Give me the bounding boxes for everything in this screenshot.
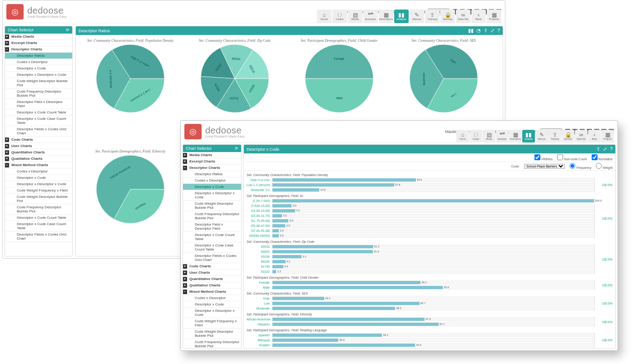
frequency-radio[interactable]: Frequency <box>569 163 591 169</box>
bar-row[interactable]: [23.06-31.75]3.0 <box>247 213 594 218</box>
sidebar-item[interactable]: Descriptor Ratios <box>183 171 241 177</box>
nav-tab-descriptors[interactable]: ▦Descriptors <box>379 10 393 23</box>
bar-row[interactable]: Female46.1 <box>247 280 594 285</box>
bar-row[interactable]: High 5 or mor44.6 <box>247 177 594 182</box>
sidebar-item[interactable]: Code Weight Descriptor Bubble Plot <box>5 78 72 89</box>
bar-row[interactable]: [15.05-23.05]7.0 <box>247 208 594 213</box>
sidebar-group[interactable]: Mixed Method Charts <box>5 162 72 168</box>
sidebar-group[interactable]: Qualitative Charts <box>5 156 72 162</box>
pie-chart[interactable]: Set: Community Characteristics, Field: P… <box>80 37 180 143</box>
bar-row[interactable]: African American47.3 <box>247 317 594 322</box>
bar-row[interactable]: [31.75-55.68]5.0 <box>247 218 594 223</box>
sidebar-item[interactable]: Codes x Descriptor <box>183 177 241 184</box>
code-select[interactable]: School Place Barriers <box>524 164 565 169</box>
nav-tab-back[interactable]: ‹Back <box>588 130 601 143</box>
sidebar-item[interactable]: Descriptor Ratios <box>5 53 72 59</box>
weight-radio[interactable]: Weight <box>596 163 613 169</box>
nav-tab-excerpts[interactable]: ❝❞Excerpts <box>496 130 509 143</box>
help-icon[interactable]: ? <box>497 28 500 34</box>
nav-tab-analyze[interactable]: ▮▮Analyze <box>522 130 535 143</box>
normalize-toggle[interactable]: Normalize <box>592 154 613 161</box>
sidebar-item[interactable]: Descriptor Fields x Codes Grid Chart <box>183 253 241 263</box>
sidebar-item[interactable]: Code Weight Descriptor Bubble Plot <box>183 329 241 339</box>
hitmiss-toggle[interactable]: Hit/Miss <box>534 154 553 161</box>
nav-tab-training[interactable]: ⇪Training <box>425 10 440 23</box>
sidebar-item[interactable]: Descriptor x Code Case Count Table <box>5 116 72 126</box>
sidebar-item[interactable]: Descriptor Fields x Codes Grid Chart <box>5 231 72 242</box>
bar-row[interactable]: 902554.1 <box>247 259 594 264</box>
nav-tab-media[interactable]: ▤Media <box>348 10 362 23</box>
sidebar-item[interactable]: Code Weight Descriptor Bubble Plot <box>183 201 241 211</box>
nav-tab-projects[interactable]: ▦Projects <box>487 10 501 23</box>
sidebar-item[interactable]: Descriptor Field x Descriptor Field <box>5 99 72 109</box>
nav-tab-media[interactable]: ▤Media <box>483 130 495 143</box>
bar-row[interactable]: Moderate38.2 <box>247 306 594 311</box>
sidebar-item[interactable]: Descriptor x Code Case Count Table <box>183 242 241 253</box>
sidebar-item[interactable]: Code Frequency Descriptor Bubble Plot <box>5 89 72 99</box>
bar-row[interactable]: 916369.1 <box>247 254 594 259</box>
bar-row[interactable]: Moderate 3-414.6 <box>247 187 594 192</box>
sidebar-group[interactable]: Media Charts <box>5 34 72 40</box>
sidebar-item[interactable]: Descriptor Field x Descriptor Field <box>183 221 241 232</box>
sidebar-group[interactable]: Excerpt Charts <box>5 40 72 46</box>
sidebar-item[interactable]: Codes x Descriptor <box>5 59 72 65</box>
sidebar-item[interactable]: Codes x Descriptor <box>5 168 72 175</box>
nav-tab-memos[interactable]: ✎Memos <box>535 130 548 143</box>
sidebar-item[interactable]: Code Frequency Descriptor Bubble Plot <box>5 204 72 215</box>
sidebar-item[interactable]: Descriptor x Descriptor x Code <box>183 308 241 318</box>
sidebar-group[interactable]: Code Charts <box>183 263 241 270</box>
sidebar-group[interactable]: Qualitative Charts <box>183 282 241 289</box>
sidebar-item[interactable]: Code Weight Descriptor Bubble Plot <box>5 194 72 204</box>
nav-tab-security[interactable]: 🔒Security <box>440 10 455 23</box>
pie-chart-icon[interactable]: ◔ <box>476 28 481 34</box>
bar-row[interactable]: English44.4 <box>247 343 594 348</box>
export-icon[interactable]: ⇪ <box>596 146 600 152</box>
nav-tab-home[interactable]: ⌂Home <box>317 10 331 23</box>
sidebar-group[interactable]: Quantitative Charts <box>5 149 72 156</box>
bar-chart-icon[interactable]: ▮▮ <box>468 28 474 34</box>
nav-tab-home[interactable]: ⌂Home <box>456 130 469 143</box>
nav-tab-data set[interactable]: ∞Data Set <box>456 10 470 23</box>
nav-tab-back[interactable]: ‹Back <box>471 10 486 23</box>
bar-row[interactable]: Male53.0 <box>247 285 594 290</box>
bar-row[interactable]: [1.04-7.042]100.0 <box>247 198 594 203</box>
pie-chart[interactable]: Set: Participant Demographics, Field: Et… <box>80 148 180 254</box>
sidebar-item[interactable]: Code Weight Frequency x Field <box>183 318 241 329</box>
sidebar-group[interactable]: Quantitative Charts <box>183 276 241 282</box>
nav-tab-codes[interactable]: 〈〉Codes <box>470 130 482 143</box>
sidebar-item[interactable]: Descriptor x Code <box>183 301 241 308</box>
sidebar-group[interactable]: Descriptor Charts <box>5 46 72 53</box>
sidebar-item[interactable]: Descriptor x Descriptor x Code <box>5 181 72 187</box>
bar-row[interactable]: [47.65-55.38]2.0 <box>247 228 594 233</box>
bar-row[interactable]: 917953.4 <box>247 264 594 269</box>
sidebar-group[interactable]: User Charts <box>183 270 241 276</box>
expand-icon[interactable]: ⤢ <box>603 146 607 152</box>
bar-row[interactable]: Low 1-2 persons per37.8 <box>247 182 594 187</box>
nav-tab-security[interactable]: 🔒Security <box>562 130 574 143</box>
bar-row[interactable]: [55.68-47.05]4.0 <box>247 223 594 228</box>
bar-row[interactable]: [55555-55555]2.0 <box>247 233 594 238</box>
nav-tab-descriptors[interactable]: ▦Descriptors <box>509 130 522 143</box>
sidebar-group[interactable]: Media Charts <box>183 152 241 158</box>
bar-row[interactable]: 9002431.2 <box>247 249 594 254</box>
sidebar-item[interactable]: Descriptor x Code Case Count Table <box>5 221 72 231</box>
export-icon[interactable]: ⇪ <box>484 28 488 34</box>
sidebar-item[interactable]: Descriptor x Code <box>5 65 72 72</box>
bar-row[interactable]: 6553331.3 <box>247 244 594 249</box>
sidebar-group[interactable]: Excerpt Charts <box>183 158 241 165</box>
bar-row[interactable]: 922221.2 <box>247 269 594 274</box>
sidebar-group[interactable]: Descriptor Charts <box>183 165 241 171</box>
nav-tab-excerpts[interactable]: ❝❞Excerpts <box>363 10 378 23</box>
bar-row[interactable]: Low45.7 <box>247 301 594 306</box>
refresh-icon[interactable]: ⟳ <box>66 28 69 32</box>
refresh-icon[interactable]: ⟳ <box>235 146 238 151</box>
sidebar-item[interactable]: Descriptor x Code <box>5 175 72 181</box>
bar-row[interactable]: Bilingual20.5 <box>247 338 594 343</box>
help-icon[interactable]: ? <box>610 146 613 152</box>
nav-tab-projects[interactable]: ▦Projects <box>601 130 614 143</box>
bar-row[interactable]: [7.044-15.05]6.0 <box>247 203 594 208</box>
sidebar-item[interactable]: Code Frequency Descriptor Bubble Plot <box>183 339 241 349</box>
nav-tab-training[interactable]: ⇪Training <box>549 130 561 143</box>
sidebar-group[interactable]: Mixed Method Charts <box>183 289 241 295</box>
sidebar-item[interactable]: Code Weight Frequency x Field <box>5 187 72 194</box>
